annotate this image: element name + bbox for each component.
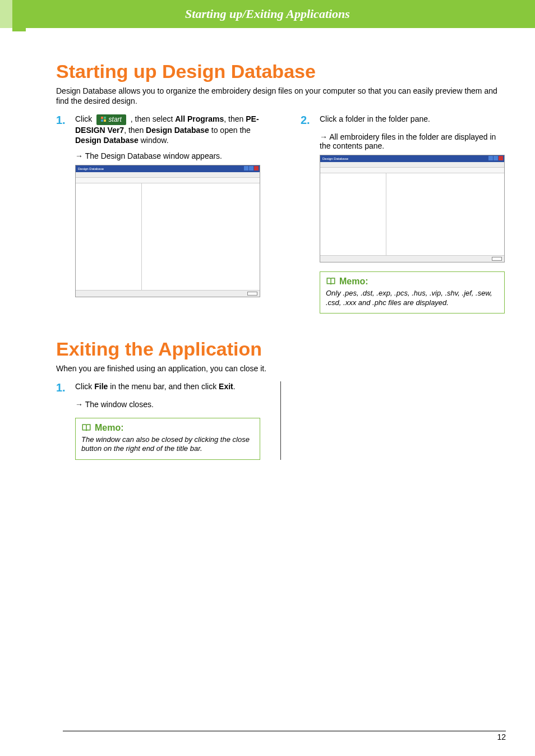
screenshot2-menubar	[320, 162, 504, 168]
section2-col-right	[301, 381, 504, 460]
screenshot2-folder-tree	[320, 173, 386, 255]
chapter-title: Starting up/Exiting Applications	[0, 7, 535, 21]
step1-post2: , then	[224, 114, 246, 123]
section1-step1: 1. Click start , then select All Program…	[56, 114, 260, 146]
step1-post1: , then select	[131, 114, 175, 123]
column-divider	[280, 381, 281, 460]
screenshot2-content	[386, 173, 504, 255]
page-content: Starting up Design Database Design Datab…	[0, 28, 535, 460]
window-controls-icon	[488, 156, 503, 160]
screenshot2-statusbar	[320, 255, 504, 262]
book-icon	[81, 423, 91, 433]
start-button-graphic: start	[96, 114, 126, 125]
svg-rect-3	[104, 119, 106, 122]
section2-col-left: 1. Click File in the menu bar, and then …	[56, 381, 260, 460]
section1-arrow2: All embroidery files in the folder are d…	[320, 132, 505, 150]
screenshot2-body	[320, 173, 504, 255]
screenshot1-statusbar	[76, 290, 260, 297]
section1-heading: Starting up Design Database	[56, 61, 504, 82]
section2-heading: Exiting the Application	[56, 338, 504, 360]
memo-title: Memo:	[81, 423, 254, 433]
section2-intro: When you are finished using an applicati…	[56, 363, 504, 374]
screenshot1-body	[76, 183, 260, 290]
step1-post4: to open the	[209, 126, 251, 135]
step-number: 1.	[56, 381, 75, 394]
section2-arrow1: The window closes.	[75, 400, 260, 409]
memo-title: Memo:	[326, 276, 499, 287]
section1-col-right: 2. Click a folder in the folder pane. Al…	[301, 114, 505, 314]
screenshot1: Design Database	[75, 165, 260, 297]
step1-b1: All Programs	[175, 114, 224, 123]
screenshot1-content	[142, 183, 260, 290]
section2-step1-body: Click File in the menu bar, and then cli…	[75, 381, 236, 392]
step1-post5: window.	[139, 136, 169, 145]
start-button-label: start	[109, 116, 122, 123]
step1-b4: Design Database	[75, 136, 139, 145]
screenshot1-toolbar	[76, 178, 260, 183]
memo-text: The window can also be closed by clickin…	[81, 435, 254, 454]
book-icon	[326, 276, 336, 287]
step2-body: Click a folder in the folder pane.	[320, 114, 430, 125]
statusbar-button-icon	[247, 292, 257, 296]
memo-text: Only .pes, .dst, .exp, .pcs, .hus, .vip,…	[326, 289, 499, 307]
memo-label: Memo:	[339, 276, 368, 287]
s2-step1-b1: File	[94, 382, 108, 391]
section2-memo: Memo: The window can also be closed by c…	[75, 418, 260, 460]
s2-step1-mid: in the menu bar, and then click	[108, 382, 219, 391]
screenshot1-folder-tree	[76, 183, 142, 290]
statusbar-button-icon	[492, 257, 502, 261]
screenshot2-titlebar: Design Database	[320, 155, 504, 162]
step1-post3: , then	[124, 126, 146, 135]
page-number: 12	[497, 732, 506, 741]
section1-memo: Memo: Only .pes, .dst, .exp, .pcs, .hus,…	[320, 271, 505, 314]
section1-step2: 2. Click a folder in the folder pane.	[301, 114, 505, 127]
window-controls-icon	[244, 166, 259, 170]
s2-step1-post: .	[233, 382, 236, 391]
svg-rect-1	[104, 117, 106, 119]
svg-rect-2	[101, 119, 103, 122]
s2-step1-pre: Click	[75, 382, 94, 391]
chapter-header: Starting up/Exiting Applications	[0, 0, 535, 28]
step1-body: Click start , then select All Programs, …	[75, 114, 260, 146]
screenshot1-menubar	[76, 172, 260, 178]
section2-columns: 1. Click File in the menu bar, and then …	[56, 381, 504, 460]
section1-columns: 1. Click start , then select All Program…	[56, 114, 504, 314]
section2: Exiting the Application When you are fin…	[56, 338, 504, 460]
section2-step1: 1. Click File in the menu bar, and then …	[56, 381, 260, 394]
screenshot2: Design Database	[320, 155, 505, 262]
s2-step1-b2: Exit	[219, 382, 233, 391]
section1-intro: Design Database allows you to organize t…	[56, 86, 504, 106]
step-number: 2.	[301, 114, 320, 127]
step-number: 1.	[56, 114, 75, 127]
svg-rect-0	[101, 117, 103, 119]
step1-b3: Design Database	[146, 126, 209, 135]
step1-pre: Click	[75, 114, 94, 123]
section1-arrow1: The Design Database window appears.	[75, 151, 260, 160]
memo-label: Memo:	[95, 423, 124, 433]
section1-col-left: 1. Click start , then select All Program…	[56, 114, 260, 314]
screenshot1-titlebar: Design Database	[76, 165, 260, 172]
screenshot2-toolbar	[320, 168, 504, 173]
